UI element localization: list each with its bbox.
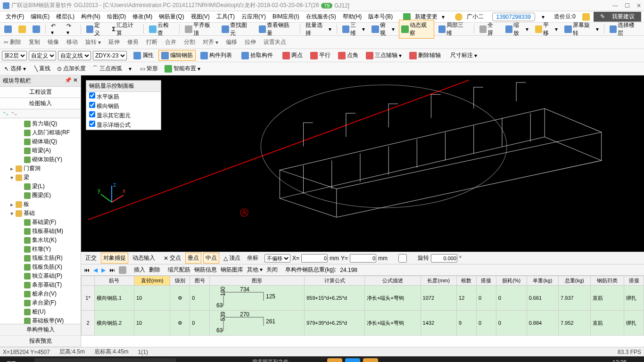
collapse-icon[interactable]: ⁻₋ — [11, 110, 17, 117]
align-button[interactable]: 对齐 ▾ — [201, 37, 220, 47]
tree-item[interactable]: 圈梁(E) — [1, 191, 80, 200]
app-6-icon[interactable]: PDF — [327, 358, 342, 362]
tree-item[interactable]: 剪力墙(Q) — [1, 119, 80, 128]
rebar-grid[interactable]: 筋号直径(mm)级别图号图形计算公式公式描述长度(mm)根数搭接损耗(%)单重(… — [81, 275, 644, 347]
dyn-input-button[interactable]: 动态输入 — [130, 253, 157, 263]
tree-item[interactable]: 筏板主筋(R) — [1, 254, 80, 263]
first-icon[interactable]: ⏮ — [84, 267, 90, 273]
more-draw-icon[interactable]: ▾ — [126, 65, 134, 73]
floor-select[interactable]: 第2层 — [2, 51, 27, 60]
maximize-icon[interactable]: ☐ — [625, 2, 630, 9]
type-select[interactable]: 自定义线 — [58, 51, 91, 60]
top-view-button[interactable]: 俯视 ▾ — [369, 20, 397, 39]
parallel-button[interactable]: 平行 — [307, 50, 333, 61]
smart-layout-button[interactable]: 智能布置 ▾ — [162, 64, 203, 74]
menu-floor[interactable]: 楼层(L) — [53, 12, 77, 22]
task-view-icon[interactable]: ⧉ — [181, 358, 196, 362]
sidebar-tab-draw[interactable]: 绘图输入 — [0, 98, 81, 109]
3d-button[interactable]: 三维 ▾ — [340, 20, 368, 39]
point-angle-button[interactable]: 点角 — [335, 50, 361, 61]
tree-item[interactable]: 人防门框墙(RF — [1, 128, 80, 137]
app-4-icon[interactable]: 🔍 — [291, 358, 306, 362]
tree-item[interactable]: 柱墩(Y) — [1, 245, 80, 254]
select-floor-button[interactable]: 选择楼层 — [607, 20, 642, 39]
rotate-button[interactable]: 旋转 ▾ — [83, 37, 103, 47]
join-button[interactable]: 合并 — [163, 37, 178, 47]
fullscreen-button[interactable]: 全屏 — [477, 20, 501, 39]
tree-item[interactable]: 砌体墙(Q) — [1, 137, 80, 146]
rebar-opt-2[interactable]: 显示其它图元 — [86, 111, 161, 120]
edit-rebar-button[interactable]: 编辑钢筋 — [158, 50, 196, 61]
move-button[interactable]: 移动 — [65, 37, 80, 47]
tree-item[interactable]: 基础梁(F) — [1, 218, 80, 227]
find-elem-button[interactable]: 查找图元 — [219, 20, 254, 39]
two-point-button[interactable]: 两点 — [280, 50, 305, 61]
report-preview-tab[interactable]: 报表预览 — [0, 336, 81, 347]
tree-item[interactable]: ▸板 — [1, 200, 80, 209]
tree-item[interactable]: 独立基础(P) — [1, 272, 80, 280]
ie-icon[interactable]: e — [234, 358, 249, 362]
menu-file[interactable]: 文件(F) — [3, 12, 27, 22]
insert-button[interactable]: 插入 — [134, 266, 145, 274]
local-3d-button[interactable]: 局部三维 — [436, 20, 471, 39]
category-select[interactable]: 自定义 — [29, 51, 56, 60]
split-button[interactable]: 分割 — [182, 37, 197, 47]
sum-calc-button[interactable]: Σ 汇总计算 — [110, 20, 141, 39]
rebar-lib-button[interactable]: 钢筋图库 — [221, 266, 243, 274]
tree-item[interactable]: 桩承台(V) — [1, 289, 80, 298]
open-icon[interactable] — [16, 24, 28, 34]
app-8-icon[interactable]: 📝 — [363, 358, 378, 362]
tree-item[interactable]: 条形基础(T) — [1, 280, 80, 289]
close-icon[interactable]: ✕ — [636, 2, 641, 9]
search-input[interactable]: 在这里输入你要搜索的内容 — [34, 358, 176, 362]
close-button[interactable]: 关闭 — [266, 266, 278, 274]
nav-tree[interactable]: 剪力墙(Q)人防门框墙(RF砌体墙(Q)暗梁(A)砌体加筋(Y)▸门窗洞▾梁梁(… — [0, 118, 81, 324]
property-button[interactable]: 属性 — [131, 50, 157, 61]
rebar-info-button[interactable]: 钢筋信息 — [194, 266, 217, 274]
view-rebar-button[interactable]: 查看钢筋量 — [256, 20, 297, 39]
clock[interactable]: 13:362018/11/1 — [602, 360, 627, 362]
undo-icon[interactable]: ↶ ▾ — [49, 21, 62, 37]
delete-row-button[interactable]: 删除 — [149, 266, 160, 274]
tree-item[interactable]: ▸门窗洞 — [1, 164, 80, 173]
save-icon[interactable] — [30, 24, 42, 34]
app-1-icon[interactable]: ⬒ — [198, 358, 214, 362]
batch-select-button[interactable]: 批量选择 ▾ — [303, 20, 334, 39]
tree-item[interactable]: 桩(U) — [1, 307, 80, 316]
sidebar-pin-icon[interactable]: 📌 ✕ — [65, 77, 78, 85]
new-icon[interactable] — [2, 24, 14, 34]
three-arc-button[interactable]: ⌒ 三点画弧 — [90, 64, 124, 74]
tree-item[interactable]: 承台梁(F) — [1, 298, 80, 307]
dim-annotation-button[interactable]: 尺寸标注 ▾ — [447, 50, 480, 61]
offset-button[interactable]: 偏移 — [224, 37, 239, 47]
start-button[interactable] — [2, 356, 21, 362]
last-icon[interactable]: ⏭ — [109, 267, 115, 273]
break-button[interactable]: 打断 — [144, 37, 159, 47]
single-component-tab[interactable]: 单构件输入 — [0, 324, 81, 336]
scale-rebar-button[interactable]: 缩尺配筋 — [168, 266, 190, 274]
rebar-opt-0[interactable]: 水平纵筋 — [86, 92, 161, 101]
stretch-button[interactable]: 拉伸 — [243, 37, 258, 47]
canvas-3d[interactable]: A 钢筋显示控制面板 水平纵筋 横向钢筋 显示其它图元 显示详细公式 x y z — [81, 75, 644, 252]
ortho-button[interactable]: 正交 — [83, 253, 99, 263]
tree-item[interactable]: 筏板基础(M) — [1, 227, 80, 236]
component-list-button[interactable]: 构件列表 — [198, 50, 235, 61]
rotate-checkbox[interactable] — [389, 254, 416, 263]
app-2-icon[interactable]: ✿ — [216, 358, 231, 362]
trim-button[interactable]: 修剪 — [125, 37, 140, 47]
list-icon[interactable] — [119, 266, 126, 274]
y-input[interactable] — [350, 254, 376, 263]
mirror-button[interactable]: 镜像 — [46, 37, 61, 47]
set-clip-button[interactable]: 设置夹点 — [262, 37, 288, 47]
define-button[interactable]: 定义 — [84, 20, 108, 39]
pick-component-button[interactable]: 拾取构件 — [239, 50, 276, 61]
rotate-input[interactable] — [431, 254, 457, 263]
component-select[interactable]: ZDYX-23 — [93, 51, 127, 60]
delete-aux-button[interactable]: 删除辅轴 — [406, 50, 444, 61]
app-5-icon[interactable]: ⊚ — [309, 358, 324, 362]
tree-item[interactable]: 砌体加筋(Y) — [1, 155, 80, 164]
tree-item[interactable]: 暗梁(A) — [1, 146, 80, 155]
perp-button[interactable]: 垂点 — [185, 253, 201, 263]
sidebar-tab-settings[interactable]: 工程设置 — [0, 87, 81, 98]
tree-item[interactable]: 梁(L) — [1, 182, 80, 191]
